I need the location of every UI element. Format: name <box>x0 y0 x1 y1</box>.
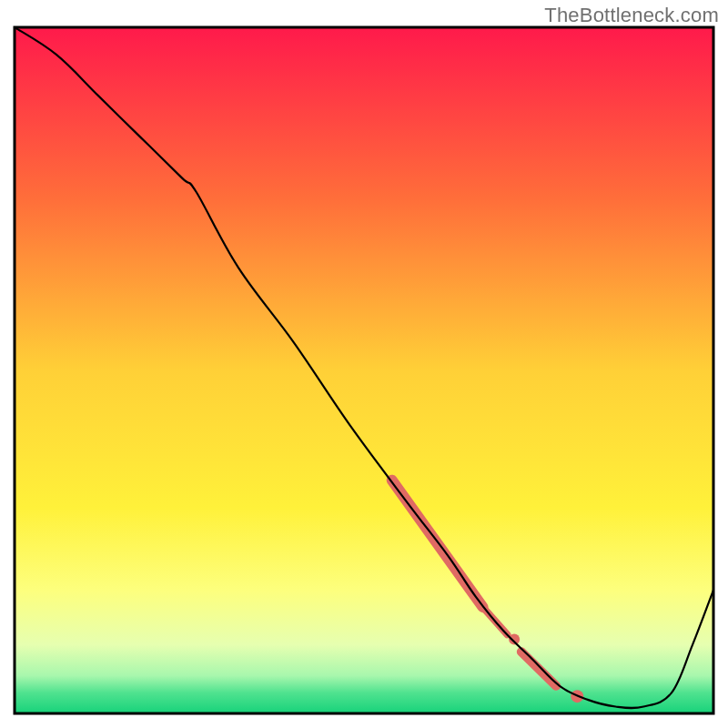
chart-container: TheBottleneck.com <box>0 0 728 728</box>
bottleneck-chart <box>0 0 728 728</box>
watermark-label: TheBottleneck.com <box>544 4 719 27</box>
gradient-background <box>15 27 713 713</box>
